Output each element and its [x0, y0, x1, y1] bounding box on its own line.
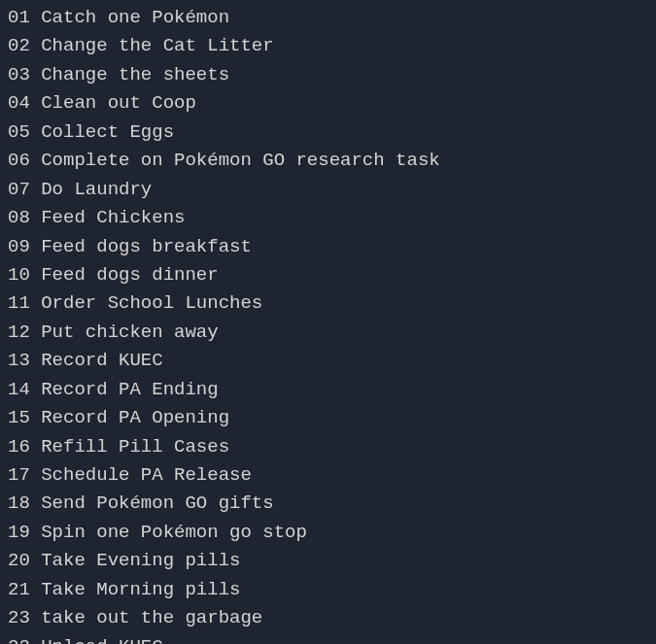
task-row: 08 Feed Chickens: [8, 204, 648, 232]
task-row: 05 Collect Eggs: [8, 119, 648, 147]
task-number: 19: [8, 522, 30, 543]
task-number: 20: [8, 550, 30, 571]
task-row: 23 take out the garbage: [8, 604, 648, 632]
task-number: 02: [8, 35, 30, 56]
task-number: 06: [8, 150, 30, 171]
task-row: 07 Do Laundry: [8, 176, 648, 204]
task-number: 17: [8, 464, 30, 486]
task-text: Catch one Pokémon: [41, 7, 229, 28]
task-row: 17 Schedule PA Release: [8, 461, 648, 490]
task-text: Put chicken away: [41, 322, 218, 343]
task-number: 22: [8, 636, 30, 644]
task-list: 01 Catch one Pokémon02 Change the Cat Li…: [8, 4, 648, 644]
task-number: 11: [8, 292, 30, 314]
task-text: Clean out Coop: [41, 92, 196, 114]
task-number: 15: [8, 407, 30, 428]
task-number: 04: [8, 92, 30, 114]
task-text: Spin one Pokémon go stop: [41, 522, 307, 543]
task-text: Collect Eggs: [41, 121, 174, 143]
task-text: Complete on Pokémon GO research task: [41, 150, 439, 171]
task-row: 22 Upload KUEC: [8, 633, 648, 644]
task-number: 03: [8, 64, 30, 85]
task-row: 15 Record PA Opening: [8, 404, 648, 432]
terminal-output: 01 Catch one Pokémon02 Change the Cat Li…: [8, 4, 648, 644]
task-text: Schedule PA Release: [41, 464, 252, 486]
task-row: 14 Record PA Ending: [8, 376, 648, 404]
task-text: Change the Cat Litter: [41, 35, 273, 56]
task-text: Feed Chickens: [41, 207, 185, 228]
task-number: 13: [8, 350, 30, 371]
task-row: 20 Take Evening pills: [8, 547, 648, 575]
task-row: 02 Change the Cat Litter: [8, 32, 648, 60]
task-number: 05: [8, 121, 30, 143]
task-number: 14: [8, 379, 30, 400]
task-text: Record KUEC: [41, 350, 162, 371]
task-number: 07: [8, 179, 30, 200]
task-text: take out the garbage: [41, 607, 262, 628]
task-number: 16: [8, 436, 30, 458]
task-text: Do Laundry: [41, 179, 152, 200]
task-text: Feed dogs breakfast: [41, 236, 252, 257]
task-row: 18 Send Pokémon GO gifts: [8, 490, 648, 518]
task-text: Take Evening pills: [41, 550, 240, 571]
task-text: Take Morning pills: [41, 579, 240, 600]
task-row: 01 Catch one Pokémon: [8, 4, 648, 32]
task-number: 12: [8, 322, 30, 343]
task-row: 13 Record KUEC: [8, 347, 648, 375]
task-row: 21 Take Morning pills: [8, 576, 648, 604]
task-row: 10 Feed dogs dinner: [8, 261, 648, 289]
task-text: Order School Lunches: [41, 292, 262, 314]
task-text: Upload KUEC: [41, 636, 162, 644]
task-number: 09: [8, 236, 30, 257]
task-number: 18: [8, 492, 30, 514]
task-row: 04 Clean out Coop: [8, 89, 648, 118]
task-row: 06 Complete on Pokémon GO research task: [8, 147, 648, 175]
task-text: Change the sheets: [41, 64, 229, 85]
task-text: Send Pokémon GO gifts: [41, 492, 273, 514]
task-row: 16 Refill Pill Cases: [8, 433, 648, 461]
task-row: 19 Spin one Pokémon go stop: [8, 519, 648, 547]
task-row: 03 Change the sheets: [8, 61, 648, 89]
task-number: 10: [8, 264, 30, 286]
task-number: 21: [8, 579, 30, 600]
task-row: 12 Put chicken away: [8, 319, 648, 347]
task-text: Record PA Ending: [41, 379, 218, 400]
task-text: Refill Pill Cases: [41, 436, 229, 458]
task-number: 23: [8, 607, 30, 628]
task-row: 11 Order School Lunches: [8, 289, 648, 318]
task-text: Feed dogs dinner: [41, 264, 218, 286]
task-row: 09 Feed dogs breakfast: [8, 233, 648, 261]
task-number: 08: [8, 207, 30, 228]
task-number: 01: [8, 7, 30, 28]
task-text: Record PA Opening: [41, 407, 229, 428]
